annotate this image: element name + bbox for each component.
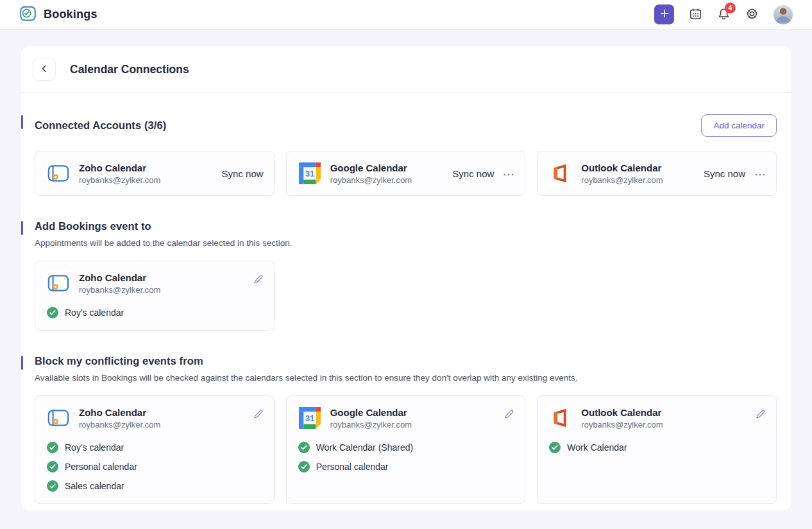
calendar-name: Sales calendar: [65, 481, 124, 491]
account-email: roybanks@zylker.com: [79, 285, 253, 295]
accent-bar: [21, 221, 23, 235]
calendar-name: Work Calendar: [567, 442, 627, 453]
svg-text:31: 31: [305, 413, 314, 423]
account-info: Zoho Calendar roybanks@zylker.com: [79, 272, 253, 295]
calendar-nav-button[interactable]: [689, 7, 702, 22]
calendar-card-outlook: Outlook Calendar roybanks@zylker.com: [537, 395, 777, 504]
settings-button[interactable]: [745, 7, 759, 22]
check-circle-icon: [47, 307, 58, 318]
accent-bar: [21, 356, 23, 370]
section-description: Available slots in Bookings will be chec…: [35, 373, 777, 383]
calendar-name: Roy's calendar: [65, 308, 124, 318]
calendar-card-zoho: Zoho Calendar roybanks@zylker.com: [35, 261, 275, 331]
calendar-item: Roy's calendar: [46, 304, 264, 321]
account-email: roybanks@zylker.com: [330, 175, 453, 185]
calendar-name: Roy's calendar: [65, 442, 124, 453]
selected-calendars: Roy's calendar Personal calendar: [46, 438, 264, 494]
zoho-calendar-icon: [46, 160, 71, 186]
calendar-item: Personal calendar: [46, 458, 264, 475]
bookings-logo-icon: [19, 4, 37, 24]
account-provider: Google Calendar: [330, 407, 505, 418]
zoho-calendar-icon: [46, 270, 71, 296]
edit-button[interactable]: [504, 409, 514, 421]
calendar-icon: [689, 7, 702, 22]
check-circle-icon: [47, 480, 58, 492]
account-email: roybanks@zylker.com: [581, 420, 756, 429]
account-provider: Zoho Calendar: [79, 407, 253, 418]
gear-icon: [745, 7, 759, 22]
calendar-item: Sales calendar: [46, 477, 264, 494]
check-circle-icon: [47, 461, 58, 473]
account-card-zoho: Zoho Calendar roybanks@zylker.com Sync n…: [35, 151, 275, 196]
sync-now-button[interactable]: Sync now: [452, 168, 494, 179]
account-info: Outlook Calendar roybanks@zylker.com: [581, 162, 704, 185]
calendar-name: Personal calendar: [316, 462, 389, 472]
pencil-icon: [504, 409, 514, 421]
account-provider: Zoho Calendar: [79, 162, 222, 173]
section-connected-accounts: Connected Accounts (3/6) Add calendar Zo…: [35, 114, 777, 196]
block-events-cards: Zoho Calendar roybanks@zylker.com: [35, 395, 777, 504]
selected-calendars: Roy's calendar: [46, 304, 264, 321]
pencil-icon: [253, 409, 264, 421]
section-heading: Connected Accounts (3/6): [35, 119, 166, 132]
pencil-icon: [253, 274, 264, 286]
account-email: roybanks@zylker.com: [581, 175, 704, 185]
plus-icon: [659, 8, 670, 21]
calendar-card-zoho: Zoho Calendar roybanks@zylker.com: [35, 395, 275, 504]
section-head: Connected Accounts (3/6) Add calendar: [35, 114, 777, 137]
accent-bar: [21, 115, 23, 129]
calendar-card-header: Outlook Calendar roybanks@zylker.com: [548, 405, 766, 431]
account-email: roybanks@zylker.com: [79, 420, 253, 429]
zoho-calendar-icon: [46, 405, 71, 431]
edit-button[interactable]: [253, 409, 264, 421]
account-card-outlook: Outlook Calendar roybanks@zylker.com Syn…: [537, 151, 777, 196]
account-provider: Google Calendar: [330, 162, 453, 173]
add-calendar-button[interactable]: Add calendar: [701, 114, 777, 137]
account-info: Zoho Calendar roybanks@zylker.com: [79, 407, 253, 429]
calendar-card-header: 31 Google Calendar roybanks@zylker.com: [297, 405, 515, 431]
notifications-button[interactable]: 4: [717, 7, 731, 22]
back-button[interactable]: [33, 58, 56, 81]
chevron-left-icon: [40, 64, 49, 75]
edit-button[interactable]: [756, 409, 766, 421]
svg-text:31: 31: [305, 169, 314, 178]
page-title: Calendar Connections: [70, 63, 189, 76]
panel-header: Calendar Connections: [21, 46, 791, 93]
panel-body: Connected Accounts (3/6) Add calendar Zo…: [21, 93, 791, 523]
calendar-connections-panel: Calendar Connections Connected Accounts …: [21, 46, 791, 510]
account-provider: Outlook Calendar: [581, 407, 756, 418]
account-email: roybanks@zylker.com: [79, 175, 222, 185]
create-button[interactable]: [654, 4, 674, 24]
selected-calendars: Work Calendar: [548, 438, 766, 456]
section-description: Appointments will be added to the calend…: [35, 238, 777, 248]
selected-calendars: Work Calendar (Shared) Personal calendar: [297, 438, 515, 475]
check-circle-icon: [47, 442, 58, 453]
section-heading: Add Bookings event to: [35, 220, 151, 232]
sync-now-button[interactable]: Sync now: [704, 168, 745, 179]
calendar-name: Work Calendar (Shared): [316, 442, 413, 453]
more-menu-button[interactable]: [503, 169, 514, 178]
sync-now-button[interactable]: Sync now: [222, 168, 264, 179]
app-title: Bookings: [44, 8, 97, 21]
account-provider: Outlook Calendar: [581, 162, 704, 173]
calendar-card-header: Zoho Calendar roybanks@zylker.com: [46, 405, 264, 431]
section-block-conflicting-events: Block my conflicting events from Availab…: [35, 355, 777, 504]
person-icon: [774, 6, 793, 24]
account-card-google: 31 Google Calendar roybanks@zylker.com S…: [286, 151, 526, 196]
section-add-bookings-event: Add Bookings event to Appointments will …: [35, 220, 777, 331]
section-head: Add Bookings event to: [35, 220, 777, 232]
edit-button[interactable]: [253, 274, 264, 286]
calendar-name: Personal calendar: [65, 462, 137, 472]
check-circle-icon: [298, 461, 310, 473]
more-menu-button[interactable]: [754, 169, 766, 178]
google-calendar-icon: 31: [297, 160, 323, 186]
account-provider: Zoho Calendar: [79, 272, 253, 283]
account-info: Outlook Calendar roybanks@zylker.com: [581, 407, 756, 429]
account-info: Google Calendar roybanks@zylker.com: [330, 162, 453, 185]
user-avatar[interactable]: [774, 5, 793, 24]
google-calendar-icon: 31: [297, 405, 323, 431]
check-circle-icon: [549, 442, 561, 453]
topbar: Bookings: [0, 0, 812, 30]
calendar-card-header: Zoho Calendar roybanks@zylker.com: [46, 270, 264, 296]
connected-accounts-list: Zoho Calendar roybanks@zylker.com Sync n…: [35, 151, 777, 196]
